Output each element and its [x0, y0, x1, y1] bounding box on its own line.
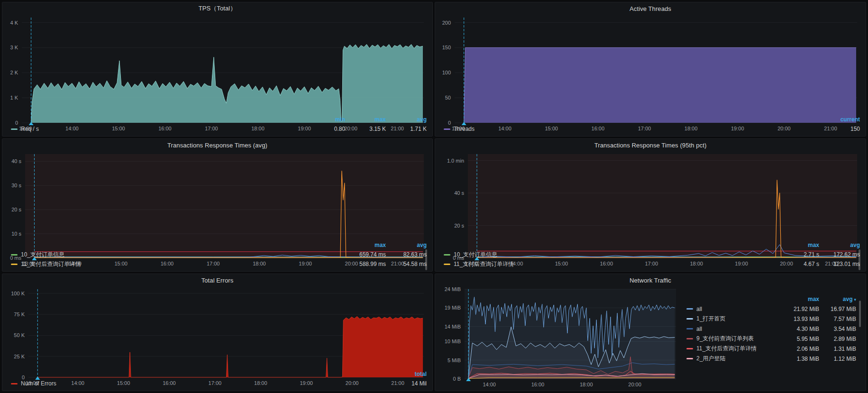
legend-item[interactable]: Req / s0.803.15 K1.71 K	[11, 124, 427, 134]
legend-stat-header[interactable]: min	[304, 116, 345, 123]
legend-stat-value: 3.54 MiB	[819, 326, 856, 332]
legend-stat-value: 172.62 ms	[819, 251, 860, 258]
legend-item[interactable]: all21.92 MiB16.97 MiB	[686, 304, 856, 314]
legend-header-row: minmaxavg	[11, 115, 427, 124]
legend-stat-header[interactable]: avg▾	[819, 296, 856, 302]
legend-item[interactable]: 2_用户登陆1.38 MiB1.12 MiB	[686, 354, 856, 364]
series-label[interactable]: 11_支付后查询订单详情	[454, 260, 514, 268]
panel-header-tps[interactable]: TPS（Total）	[2, 2, 432, 15]
panel-active-threads: Active Threads 05010015020013:0014:0015:…	[435, 2, 866, 137]
rt-avg-legend: maxavg10_支付订单信息659.74 ms82.63 ms11_支付后查询…	[5, 240, 428, 270]
series-label-cell: Num of Errors	[11, 380, 386, 387]
legend-item[interactable]: all4.30 MiB3.54 MiB	[686, 324, 856, 334]
series-label[interactable]: Req / s	[21, 126, 39, 132]
series-label-cell: all	[686, 326, 782, 332]
rt-avg-chart[interactable]: 0 ms10 s20 s30 s40 s13:0014:0015:0016:00…	[5, 151, 428, 240]
svg-text:25 K: 25 K	[14, 354, 25, 359]
legend-stat-header[interactable]: max	[345, 116, 386, 123]
panel-total-errors: Total Errors 025 K50 K75 K100 K13:0014:0…	[2, 274, 433, 391]
legend-stat-header[interactable]: max	[782, 296, 819, 302]
legend-item[interactable]: 9_支付前查询订单列表5.95 MiB2.89 MiB	[686, 334, 856, 344]
legend-stat-header[interactable]: avg	[386, 242, 427, 248]
panel-title-tps[interactable]: TPS（Total）	[199, 4, 237, 13]
series-swatch	[686, 358, 693, 359]
panel-header-active-threads[interactable]: Active Threads	[435, 2, 866, 15]
series-label-cell: 11_支付后查询订单详情	[686, 345, 782, 353]
legend-item[interactable]: 10_支付订单信息2.71 s172.62 ms	[444, 250, 860, 259]
svg-text:16:00: 16:00	[531, 382, 545, 387]
svg-text:19 MiB: 19 MiB	[445, 305, 461, 311]
dashboard: TPS（Total） 01 K2 K3 K4 K13:0014:0015:001…	[0, 0, 868, 393]
legend-item[interactable]: 1_打开首页13.93 MiB7.57 MiB	[686, 314, 856, 324]
legend-stat-value: 1.31 MiB	[819, 346, 856, 352]
svg-text:4 K: 4 K	[10, 20, 18, 26]
legend-stat-header[interactable]: avg	[819, 242, 860, 248]
svg-text:1 K: 1 K	[10, 95, 18, 101]
series-label[interactable]: 10_支付订单信息	[21, 251, 64, 259]
panel-title-total-errors[interactable]: Total Errors	[201, 277, 234, 284]
legend-stat-value: 123.01 ms	[819, 261, 860, 267]
network-traffic-chart[interactable]: 0 B5 MiB10 MiB14 MiB19 MiB24 MiB14:0016:…	[438, 286, 680, 389]
series-label[interactable]: 9_支付前查询订单列表	[696, 335, 754, 343]
series-label[interactable]: 2_用户登陆	[696, 355, 725, 363]
svg-text:14:00: 14:00	[483, 382, 496, 387]
series-label[interactable]: 11_支付后查询订单详情	[696, 345, 757, 353]
legend-item[interactable]: Num of Errors14 Mil	[11, 379, 427, 388]
series-label-cell: 1_打开首页	[686, 315, 782, 323]
chart-canvas[interactable]: 0 B5 MiB10 MiB14 MiB19 MiB24 MiB14:0016:…	[438, 286, 680, 389]
legend-item[interactable]: 10_支付订单信息659.74 ms82.63 ms	[11, 250, 427, 259]
rt-95-chart[interactable]: 0 ms20 s40 s1.0 min13:0014:0015:0016:001…	[438, 151, 861, 240]
tps-legend: minmaxavgReq / s0.803.15 K1.71 K	[5, 114, 428, 135]
svg-text:18:00: 18:00	[580, 382, 593, 387]
series-swatch	[686, 328, 693, 329]
series-label[interactable]: Threads	[454, 126, 475, 132]
legend-stat-header[interactable]: current	[819, 116, 860, 123]
legend-item[interactable]: 11_支付后查询订单详情4.67 s123.01 ms	[444, 259, 860, 269]
svg-text:20 s: 20 s	[454, 223, 464, 228]
legend-stat-header[interactable]: total	[386, 371, 427, 377]
series-label-cell: all	[686, 306, 782, 312]
legend-scrollbar[interactable]	[859, 301, 861, 327]
active-threads-legend: currentThreads150	[438, 114, 861, 135]
legend-stat-value: 21.92 MiB	[782, 306, 819, 312]
series-label[interactable]: all	[696, 326, 702, 332]
legend-stat-value: 659.74 ms	[345, 251, 386, 258]
svg-text:5 MiB: 5 MiB	[448, 357, 461, 363]
panel-header-rt-95[interactable]: Transactions Response Times (95th pct)	[435, 139, 866, 151]
legend-item[interactable]: 11_支付后查询订单详情2.06 MiB1.31 MiB	[686, 344, 856, 354]
panel-title-rt-95[interactable]: Transactions Response Times (95th pct)	[594, 142, 707, 149]
legend-scrollbar[interactable]	[425, 249, 427, 270]
svg-text:20:00: 20:00	[628, 382, 641, 387]
legend-stat-value: 16.97 MiB	[819, 306, 856, 312]
panel-header-network-traffic[interactable]: Network Traffic	[435, 274, 866, 286]
panel-header-total-errors[interactable]: Total Errors	[2, 274, 432, 286]
total-errors-chart[interactable]: 025 K50 K75 K100 K13:0014:0015:0016:0017…	[5, 286, 428, 369]
panel-title-active-threads[interactable]: Active Threads	[630, 5, 671, 12]
panel-title-network-traffic[interactable]: Network Traffic	[630, 277, 671, 284]
panel-title-rt-avg[interactable]: Transactions Response Times (avg)	[167, 142, 267, 149]
series-label[interactable]: Num of Errors	[21, 380, 56, 387]
legend-stat-value: 7.57 MiB	[819, 316, 856, 322]
legend-stat-header[interactable]: avg	[386, 116, 427, 123]
svg-text:30 s: 30 s	[11, 183, 21, 188]
series-label[interactable]: all	[696, 306, 702, 312]
series-label[interactable]: 11_支付后查询订单详情	[21, 260, 81, 268]
series-swatch	[444, 128, 450, 130]
legend-item[interactable]: 11_支付后查询订单详情588.99 ms54.58 ms	[11, 259, 427, 269]
legend-stat-header[interactable]: max	[345, 242, 386, 248]
svg-text:0 B: 0 B	[453, 376, 461, 382]
panel-rt-95: Transactions Response Times (95th pct) 0…	[435, 138, 866, 272]
svg-text:150: 150	[442, 45, 451, 50]
active-threads-chart[interactable]: 05010015020013:0014:0015:0016:0017:0018:…	[438, 15, 861, 114]
series-label[interactable]: 1_打开首页	[696, 315, 725, 323]
legend-stat-header[interactable]: max	[778, 242, 819, 248]
series-label[interactable]: 10_支付订单信息	[454, 251, 497, 259]
series-label-cell: 11_支付后查询订单详情	[444, 260, 778, 268]
legend-item[interactable]: Threads150	[444, 124, 860, 134]
series-label-cell: 10_支付订单信息	[11, 251, 345, 259]
series-label-cell: Req / s	[11, 126, 304, 132]
tps-chart[interactable]: 01 K2 K3 K4 K13:0014:0015:0016:0017:0018…	[5, 15, 428, 114]
panel-header-rt-avg[interactable]: Transactions Response Times (avg)	[2, 139, 432, 151]
legend-stat-value: 150	[819, 126, 860, 132]
legend-scrollbar[interactable]	[859, 249, 860, 270]
